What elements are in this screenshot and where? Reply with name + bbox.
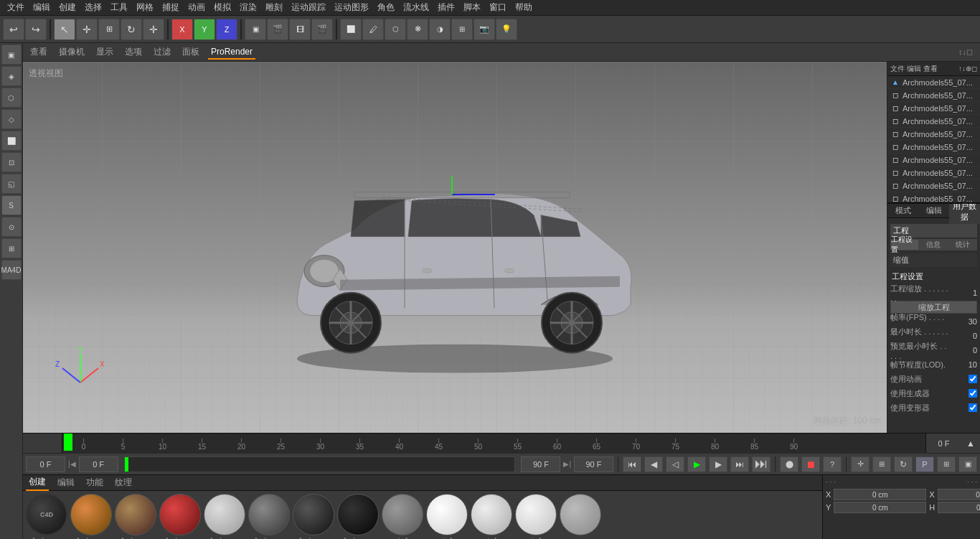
vp-tab-view[interactable]: 查看 (27, 44, 50, 60)
menu-file[interactable]: 文件 (3, 1, 29, 14)
menu-help[interactable]: 帮助 (511, 1, 537, 14)
sidebar-btn-10[interactable]: ⊞ (1, 238, 22, 258)
paint-btn[interactable]: 🖊 (362, 19, 384, 40)
vp-tab-options[interactable]: 选项 (122, 44, 145, 60)
menu-pipeline[interactable]: 流水线 (399, 1, 433, 14)
menu-motion-track[interactable]: 运动跟踪 (287, 1, 330, 14)
sidebar-btn-1[interactable]: ▣ (1, 44, 22, 65)
btn-prev-play[interactable]: ◁ (666, 456, 684, 472)
menu-simulate[interactable]: 模拟 (209, 1, 235, 14)
mat-ball-10[interactable] (515, 494, 557, 535)
btn-panel-btn[interactable]: ▣ (958, 456, 977, 472)
mat-ball-7[interactable] (382, 494, 423, 535)
view-cube[interactable]: ⬜ (340, 19, 362, 40)
obj-item-4[interactable]: ◻ Archmodels55_07... (887, 128, 980, 141)
btn-play[interactable]: ▶ (687, 456, 706, 472)
menu-mograph[interactable]: 运动图形 (330, 1, 373, 14)
btn-goto-start[interactable]: ⏮ (623, 456, 641, 472)
object-btn-3[interactable]: 🎞 (289, 19, 311, 40)
scale-tool[interactable]: ⊞ (98, 19, 120, 40)
mat-ball-0[interactable] (70, 494, 112, 535)
sub-tab-settings[interactable]: 工程设置 (890, 239, 919, 250)
vp-tab-camera[interactable]: 摄像机 (56, 44, 88, 60)
btn-rotate-tool2[interactable]: ↻ (894, 456, 913, 472)
sub-tab-stats[interactable]: 统计 (948, 239, 977, 250)
rotate-tool[interactable]: ↻ (121, 19, 142, 40)
grid-btn[interactable]: ⊞ (451, 19, 473, 40)
menu-character[interactable]: 角色 (373, 1, 399, 14)
sub-section-scale[interactable]: 缩值 (890, 253, 977, 267)
redo-button[interactable]: ↪ (25, 19, 47, 40)
mat-tab-texture[interactable]: 纹理 (112, 475, 135, 490)
obj-item-7[interactable]: ◻ Archmodels55_07... (887, 167, 980, 179)
sidebar-btn-9[interactable]: ⊙ (1, 217, 22, 237)
mat-ball-logo[interactable]: C4D (26, 494, 67, 535)
timeline-track[interactable]: 0 5 10 15 20 25 30 35 40 45 50 55 60 65 … (62, 433, 925, 454)
mat-ball-6[interactable] (337, 494, 379, 535)
checkbox-gen[interactable] (969, 389, 977, 398)
move-tool[interactable]: ✛ (76, 19, 98, 40)
vp-tab-display[interactable]: 显示 (93, 44, 116, 60)
btn-keyframe[interactable]: ⬤ (780, 456, 798, 472)
object-btn-1[interactable]: ▣ (245, 19, 266, 40)
viewport[interactable]: 透视视图 X Y Z (23, 62, 887, 433)
obj-item-9[interactable]: ◻ Archmodels55_07... (887, 192, 980, 202)
mat-ball-2[interactable] (159, 494, 201, 535)
menu-snap[interactable]: 捕捉 (158, 1, 184, 14)
mat-ball-5[interactable] (293, 494, 334, 535)
timeline-scroll-btn[interactable]: ▲ (961, 433, 980, 453)
object-btn-2[interactable]: 🎬 (267, 19, 288, 40)
btn-stop-record[interactable]: ⏹ (801, 456, 820, 472)
btn-grid-tool[interactable]: ⊞ (937, 456, 956, 472)
sidebar-btn-8[interactable]: S (1, 195, 22, 215)
menu-create[interactable]: 创建 (55, 1, 80, 14)
axis-z-button[interactable]: Z (216, 19, 237, 40)
mat-tab-create[interactable]: 创建 (26, 474, 49, 491)
particles-btn[interactable]: ❋ (407, 19, 428, 40)
sidebar-btn-7[interactable]: ◱ (1, 174, 22, 194)
obj-item-0[interactable]: ▲ Archmodels55_07... (887, 76, 980, 89)
sub-tab-info[interactable]: 信息 (919, 239, 948, 250)
coord-input-y[interactable] (834, 502, 926, 513)
mat-tab-function[interactable]: 功能 (83, 475, 106, 490)
vp-tab-panel[interactable]: 面板 (179, 44, 202, 60)
sidebar-btn-2[interactable]: ◈ (1, 66, 22, 86)
menu-mesh[interactable]: 网格 (132, 1, 158, 14)
coord-input-x[interactable] (834, 489, 926, 500)
checkbox-deform[interactable] (969, 403, 977, 412)
btn-next-frame[interactable]: ▶ (709, 456, 727, 472)
menu-render[interactable]: 渲染 (235, 1, 261, 14)
sidebar-btn-4[interactable]: ◇ (1, 109, 22, 129)
light-btn[interactable]: 💡 (496, 19, 517, 40)
checkbox-anim[interactable] (969, 375, 977, 383)
coord-input-x2[interactable] (938, 489, 980, 500)
obj-item-3[interactable]: ◻ Archmodels55_07... (887, 115, 980, 128)
btn-p-tool[interactable]: P (915, 456, 934, 472)
btn-prev-frame[interactable]: ◀ (644, 456, 663, 472)
obj-item-2[interactable]: ◻ Archmodels55_07... (887, 102, 980, 115)
vp-tab-prorender[interactable]: ProRender (208, 45, 255, 60)
menu-animate[interactable]: 动画 (184, 1, 209, 14)
mat-ball-8[interactable] (426, 494, 468, 535)
menu-tools[interactable]: 工具 (106, 1, 132, 14)
menu-script[interactable]: 脚本 (459, 1, 485, 14)
obj-item-5[interactable]: ◻ Archmodels55_07... (887, 141, 980, 154)
menu-edit[interactable]: 编辑 (29, 1, 55, 14)
mat-ball-9[interactable] (471, 494, 512, 535)
select-tool[interactable]: ↖ (54, 19, 75, 40)
sidebar-btn-6[interactable]: ⊡ (1, 152, 22, 172)
texture-btn[interactable]: ⬡ (385, 19, 406, 40)
menu-select[interactable]: 选择 (80, 1, 106, 14)
frame-end-input[interactable] (521, 456, 560, 472)
tab-edit[interactable]: 编辑 (918, 204, 949, 217)
mat-ball-4[interactable] (248, 494, 290, 535)
deform-btn[interactable]: ◑ (429, 19, 451, 40)
btn-scale-tool2[interactable]: ⊞ (872, 456, 891, 472)
frame-current-input[interactable] (79, 456, 118, 472)
coord-input-y2[interactable] (938, 502, 980, 513)
frame-start-input[interactable] (26, 456, 65, 472)
sidebar-btn-5[interactable]: ⬜ (1, 131, 22, 151)
transport-track[interactable] (124, 456, 516, 472)
mat-ball-3[interactable] (204, 494, 245, 535)
tab-mode[interactable]: 模式 (887, 204, 918, 217)
